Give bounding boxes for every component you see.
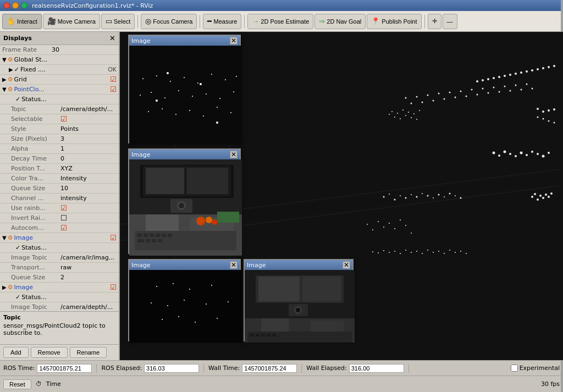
global-status-row[interactable]: ▼ ⚙ Global St... xyxy=(0,55,119,65)
image-window-3-svg xyxy=(129,270,242,343)
image1-checkbox[interactable]: ☑ xyxy=(110,234,117,242)
rename-button[interactable]: Rename xyxy=(70,347,107,358)
ros-elapsed-input[interactable] xyxy=(144,364,199,373)
image2-checkbox[interactable]: ☑ xyxy=(110,283,117,291)
expand-arrow-img1[interactable]: ▼ xyxy=(2,235,7,241)
svg-point-29 xyxy=(537,108,539,110)
extra-btn-1[interactable]: ✛ xyxy=(428,14,441,29)
svg-point-138 xyxy=(170,81,171,82)
svg-point-67 xyxy=(400,195,401,196)
pc-decay-value[interactable]: 0 xyxy=(60,155,64,162)
add-button[interactable]: Add xyxy=(3,347,29,358)
svg-point-148 xyxy=(192,96,193,97)
svg-point-145 xyxy=(151,92,152,93)
svg-point-50 xyxy=(542,67,544,69)
svg-point-130 xyxy=(173,62,174,63)
pose-estimate-button[interactable]: → 2D Pose Estimate xyxy=(247,14,313,29)
image1-label: Image xyxy=(14,234,111,241)
svg-point-16 xyxy=(526,84,528,85)
image-window-3[interactable]: Image ✕ xyxy=(128,259,241,341)
svg-rect-215 xyxy=(256,334,260,336)
pc-rainbow-checkbox[interactable]: ☑ xyxy=(60,204,67,212)
expand-arrow-fixed[interactable]: ▶ xyxy=(9,67,13,73)
pc-position-value[interactable]: XYZ xyxy=(60,165,73,172)
experimental-checkbox[interactable] xyxy=(511,365,518,372)
measure-button[interactable]: ━ Measure xyxy=(203,14,241,29)
wall-elapsed-input[interactable] xyxy=(349,364,404,373)
viewport[interactable]: Image ✕ xyxy=(120,32,563,360)
remove-button[interactable]: Remove xyxy=(31,347,68,358)
img2-status-row[interactable]: ✓ Status... xyxy=(0,292,119,302)
pc-channel-value[interactable]: intensity xyxy=(60,195,87,202)
close-button[interactable] xyxy=(3,2,10,9)
svg-rect-181 xyxy=(137,239,144,242)
image1-row[interactable]: ▼ ⚙ Image ☑ xyxy=(0,233,119,243)
pc-topic-value[interactable]: /camera/depth/... xyxy=(60,106,113,113)
img1-transport-label: Transport... xyxy=(11,264,60,271)
pointcloud-checkbox[interactable]: ☑ xyxy=(110,85,117,93)
svg-point-88 xyxy=(372,251,373,252)
pointcloud-row[interactable]: ▼ ⚙ PointClo... ☑ xyxy=(0,85,119,95)
focus-camera-button[interactable]: ◎ Focus Camera xyxy=(141,14,197,29)
pc-invert-label: Invert Rai... xyxy=(11,214,60,222)
pc-queue-value[interactable]: 10 xyxy=(60,185,68,192)
image-window-4[interactable]: Image ✕ xyxy=(244,259,354,341)
img1-transport-value[interactable]: raw xyxy=(60,264,71,271)
wall-time-input[interactable] xyxy=(242,364,297,373)
pc-size-value[interactable]: 3 xyxy=(60,135,64,142)
pc-alpha-value[interactable]: 1 xyxy=(60,145,64,152)
img1-status-row[interactable]: ✓ Status... xyxy=(0,243,119,253)
svg-point-6 xyxy=(416,96,418,98)
ros-time-input[interactable] xyxy=(37,364,92,373)
image-window-3-title: Image xyxy=(131,262,150,269)
expand-arrow-img2[interactable]: ▶ xyxy=(2,284,7,290)
interact-button[interactable]: ✋ Interact xyxy=(2,14,42,29)
svg-point-25 xyxy=(499,91,500,93)
pc-autocomp-checkbox[interactable]: ☑ xyxy=(60,224,67,232)
image-window-2-close[interactable]: ✕ xyxy=(230,151,238,158)
image-window-2[interactable]: Image ✕ xyxy=(128,148,241,254)
move-camera-button[interactable]: 🎥 Move Camera xyxy=(43,14,100,29)
pc-color-value[interactable]: Intensity xyxy=(60,175,87,182)
grid-checkbox[interactable]: ☑ xyxy=(110,75,117,84)
svg-rect-217 xyxy=(267,334,271,336)
image-window-4-close[interactable]: ✕ xyxy=(343,261,350,269)
frame-rate-value[interactable]: 30 xyxy=(52,46,59,53)
reset-button[interactable]: Reset xyxy=(3,379,31,389)
pc-style-value[interactable]: Points xyxy=(60,125,79,132)
select-button[interactable]: ▭ Select xyxy=(101,14,135,29)
image-window-1-close[interactable]: ✕ xyxy=(230,37,238,45)
extra-btn-2[interactable]: — xyxy=(443,14,457,29)
pc-decay-label: Decay Time xyxy=(11,155,60,162)
time-label: Time xyxy=(46,380,61,388)
publish-point-button[interactable]: 📍 Publish Point xyxy=(367,14,421,29)
img1-queue-value[interactable]: 2 xyxy=(60,274,64,281)
img1-topic-value[interactable]: /camera/ir/imag... xyxy=(60,254,114,261)
svg-point-55 xyxy=(504,151,506,153)
img2-topic-value[interactable]: /camera/depth/... xyxy=(60,303,113,311)
maximize-button[interactable] xyxy=(21,2,27,9)
nav-goal-button[interactable]: ⇒ 2D Nav Goal xyxy=(314,14,366,29)
expand-arrow-global[interactable]: ▼ xyxy=(2,57,7,63)
svg-rect-184 xyxy=(158,239,162,242)
svg-point-140 xyxy=(197,82,198,84)
pc-selectable-checkbox[interactable]: ☑ xyxy=(60,115,67,123)
svg-point-84 xyxy=(394,228,395,229)
image-window-3-close[interactable]: ✕ xyxy=(230,261,238,269)
grid-row[interactable]: ▶ ⚙ Grid ☑ xyxy=(0,75,119,85)
pc-status-row[interactable]: ✓ Status... xyxy=(0,95,119,104)
interact-label: Interact xyxy=(17,18,37,25)
svg-point-185 xyxy=(196,217,205,225)
expand-arrow-pc[interactable]: ▼ xyxy=(2,86,7,92)
svg-rect-216 xyxy=(261,334,265,336)
svg-point-122 xyxy=(542,197,544,199)
minimize-button[interactable] xyxy=(12,2,19,9)
pc-invert-checkbox[interactable]: ☐ xyxy=(60,214,67,222)
svg-rect-188 xyxy=(217,212,239,223)
displays-close-btn[interactable]: ✕ xyxy=(109,34,115,42)
image2-row[interactable]: ▶ ⚙ Image ☑ xyxy=(0,283,119,292)
expand-arrow-grid[interactable]: ▶ xyxy=(2,76,7,82)
svg-point-112 xyxy=(405,115,406,116)
fixed-row[interactable]: ▶ ✓ Fixed .... OK xyxy=(0,65,119,75)
image-window-1[interactable]: Image ✕ xyxy=(128,35,241,143)
